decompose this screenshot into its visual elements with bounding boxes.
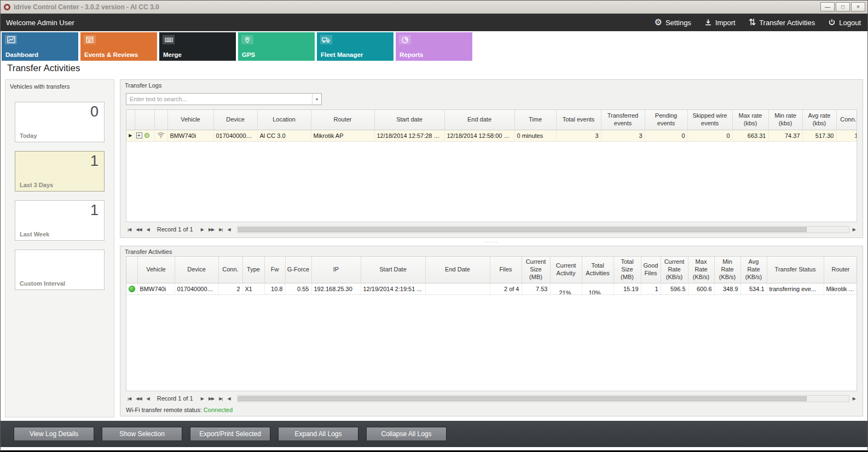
header-good-files[interactable]: Good Files [641,257,661,283]
header-g-force[interactable]: G-Force [285,257,311,283]
header-router[interactable]: Router [311,110,374,130]
maximize-button[interactable]: □ [836,2,850,11]
cell-avg-rate: 517.30 [802,130,836,141]
pager-next-page-button[interactable]: ▶▶ [207,227,216,232]
header-conn[interactable]: Conn. [836,110,857,130]
header-conn[interactable]: Conn. [218,257,242,283]
header-fw[interactable]: Fw [264,257,285,283]
scroll-left-button[interactable]: ◀ [225,396,232,401]
search-input[interactable] [126,96,312,102]
header-location[interactable]: Location [257,110,311,130]
view-log-details-button[interactable]: View Log Details [14,427,94,441]
show-selection-button[interactable]: Show Selection [102,427,182,441]
header-avg-rate[interactable]: Avg Rate (KB/s) [740,257,767,283]
header-avg-rate[interactable]: Avg rate (kbs) [802,110,836,130]
header-end-date[interactable]: End date [444,110,514,130]
table-row[interactable]: BMW740i 017040000038 2 X1 10.8 0.55 192.… [126,283,857,294]
tab-fleet-manager[interactable]: Fleet Manager [317,32,394,61]
scroll-right-button[interactable]: ▶ [851,227,857,232]
vehicles-panel: Vehicles with transfers 0 Today 1 Last 3… [5,79,114,418]
tab-gps[interactable]: GPS [238,32,315,61]
header-current-rate[interactable]: Current Rate (KB/s) [661,257,688,283]
header-min-rate[interactable]: Min rate (kbs) [768,110,802,130]
pager-prev-button[interactable]: ◀ [145,396,151,401]
logout-button[interactable]: Logout [828,19,861,27]
expand-row-icon[interactable]: + [136,132,142,138]
pager-next-button[interactable]: ▶ [199,396,205,401]
pager-last-button[interactable]: ▶| [217,396,224,401]
pager-prev-page-button[interactable]: ◀◀ [134,396,143,401]
cell-g-force: 0.55 [285,283,311,294]
header-type[interactable]: Type [242,257,264,283]
pager-last-button[interactable]: ▶| [217,227,224,232]
gps-pin-icon [241,35,253,44]
header-max-rate[interactable]: Max rate (kbs) [732,110,768,130]
pager-first-button[interactable]: |◀ [126,227,132,232]
export-print-selected-button[interactable]: Export/Print Selected [190,427,270,441]
minimize-button[interactable]: — [820,2,835,11]
header-time[interactable]: Time [514,110,556,130]
scrollbar-thumb[interactable] [238,396,807,401]
pager-next-button[interactable]: ▶ [199,227,205,232]
transfer-activities-button[interactable]: ⇅ Transfer Activities [749,18,815,27]
interval-card-custom[interactable]: Custom Interval [15,250,105,290]
header-device[interactable]: Device [175,257,218,283]
tab-gps-label: GPS [242,51,255,58]
header-skipped-wire-events[interactable]: Skipped wire events [687,110,732,130]
header-transferred-events[interactable]: Transferred events [601,110,645,130]
pager-first-button[interactable]: |◀ [126,396,132,401]
transfer-activities-table: Vehicle Device Conn. Type Fw G-Force IP … [126,257,857,295]
pager-prev-button[interactable]: ◀ [145,227,151,232]
tab-dashboard[interactable]: Dashboard [2,32,78,61]
collapse-all-logs-button[interactable]: Collapse All Logs [366,427,447,441]
cell-transfer-status: transferring eve... [767,283,824,294]
header-router[interactable]: Router [824,257,857,283]
header-total-size[interactable]: Total Size (MB) [614,257,641,283]
merge-icon [163,35,175,44]
search-dropdown-button[interactable]: ▼ [312,94,321,105]
expand-all-logs-button[interactable]: Expand All Logs [278,427,358,441]
header-total-events[interactable]: Total events [556,110,601,130]
settings-button[interactable]: ⚙ Settings [655,18,691,27]
scrollbar-thumb[interactable] [238,227,807,232]
header-current-size[interactable]: Current Size (MB) [522,257,550,283]
interval-card-today[interactable]: 0 Today [15,102,105,142]
interval-card-last-week[interactable]: 1 Last Week [15,200,105,241]
tab-reports[interactable]: Reports [396,32,472,61]
empty-grid-area [126,295,857,391]
header-files[interactable]: Files [490,257,522,283]
scroll-left-button[interactable]: ◀ [225,227,232,232]
header-vehicle[interactable]: Vehicle [167,110,213,130]
header-current-activity[interactable]: Current Activity [550,257,582,283]
header-min-rate[interactable]: Min Rate (KB/s) [714,257,740,283]
window-title: Idrive Control Center - 3.0.2 version - … [14,3,820,11]
header-pending-events[interactable]: Pending events [645,110,687,130]
tab-events-reviews[interactable]: Events & Reviews [80,32,157,61]
interval-card-last-3-days[interactable]: 1 Last 3 Days [15,151,105,192]
events-icon [84,35,96,44]
header-transfer-status[interactable]: Transfer Status [767,257,824,283]
header-vehicle[interactable]: Vehicle [137,257,175,283]
header-start-date[interactable]: Start date [374,110,444,130]
close-button[interactable]: × [851,2,865,11]
header-ip[interactable]: IP [311,257,361,283]
horizontal-scrollbar[interactable] [237,395,849,402]
welcome-bar: Welcome Admin User ⚙ Settings Import ⇅ T… [1,14,867,31]
header-max-rate[interactable]: Max Rate (KB/s) [688,257,714,283]
footer-action-bar: View Log Details Show Selection Export/P… [1,421,867,447]
tab-merge[interactable]: Merge [159,32,236,61]
pager-prev-page-button[interactable]: ◀◀ [134,227,143,232]
titlebar: Idrive Control Center - 3.0.2 version - … [1,1,867,14]
table-row[interactable]: ▶ +⚙ BMW740i 0170400000 [126,130,857,141]
horizontal-scrollbar[interactable] [237,226,849,233]
header-device[interactable]: Device [213,110,257,130]
panel-splitter[interactable]: ······ [120,238,863,246]
pager-next-page-button[interactable]: ▶▶ [207,396,216,401]
transfer-logs-panel: Transfer Logs ▼ [120,79,863,238]
header-total-activities[interactable]: Total Activities [582,257,614,283]
scroll-right-button[interactable]: ▶ [851,396,857,401]
header-end-date[interactable]: End Date [425,257,490,283]
import-button[interactable]: Import [704,19,736,27]
header-start-date[interactable]: Start Date [361,257,425,283]
cell-total-size: 15.19 [614,283,641,294]
